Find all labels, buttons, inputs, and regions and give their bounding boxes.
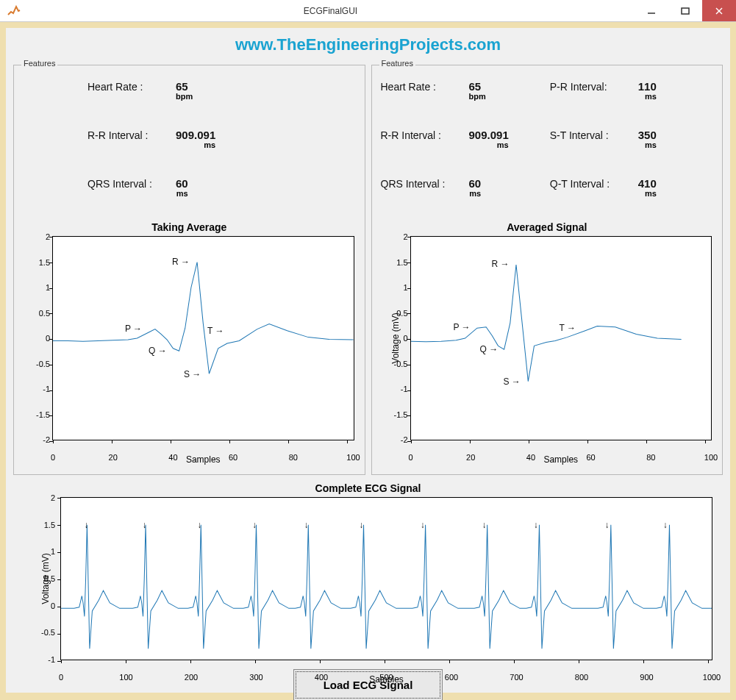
qt-unit: ms bbox=[638, 189, 657, 198]
r-peak-arrow-icon: ↓ bbox=[304, 520, 308, 530]
qrs-label: QRS Interval : bbox=[381, 178, 462, 190]
panel-label: Features bbox=[21, 59, 57, 68]
close-button[interactable] bbox=[702, 0, 736, 21]
r-peak-arrow-icon: ↓ bbox=[252, 520, 257, 530]
r-peak-arrow-icon: ↓ bbox=[534, 520, 538, 530]
svg-rect-1 bbox=[682, 8, 689, 14]
hr-label: Heart Rate : bbox=[381, 81, 462, 93]
matlab-icon bbox=[6, 4, 21, 18]
point-label-S: S → bbox=[184, 369, 201, 379]
qt-label: Q-T Interval : bbox=[550, 178, 631, 190]
features-panel-right: Features Heart Rate :65bpm P-R Interval:… bbox=[371, 65, 724, 475]
hr-value: 65 bbox=[469, 80, 482, 93]
qrs-value: 60 bbox=[469, 177, 482, 190]
header-url: www.TheEngineeringProjects.com bbox=[13, 32, 723, 59]
figure-body: www.TheEngineeringProjects.com Features … bbox=[6, 28, 730, 693]
point-label-P: P → bbox=[125, 324, 142, 334]
qrs-unit: ms bbox=[469, 189, 482, 198]
taking-average-axes[interactable]: -2-1.5-1-0.500.511.52 020406080100 Sampl… bbox=[52, 236, 354, 440]
point-label-Q: Q → bbox=[149, 346, 167, 356]
r-peak-arrow-icon: ↓ bbox=[197, 520, 201, 530]
bottom-chart-title: Complete ECG Signal bbox=[13, 482, 723, 494]
features-panel-left: Features Heart Rate :65bpm R-R Interval … bbox=[13, 65, 365, 475]
window-title: ECGFinalGUI bbox=[26, 6, 635, 16]
xlabel-right: Samples bbox=[411, 454, 712, 465]
hr-unit: bpm bbox=[176, 92, 193, 101]
rr-value: 909.091 bbox=[469, 129, 509, 141]
complete-ecg-axes[interactable]: Voltage (mV) -1-0.500.511.52 01002003004… bbox=[60, 497, 712, 660]
r-peak-arrow-icon: ↓ bbox=[142, 520, 146, 530]
panel-label: Features bbox=[379, 59, 415, 68]
point-label-T: T → bbox=[560, 323, 576, 333]
right-chart-title: Averaged Signal bbox=[372, 221, 723, 233]
hr-value: 65 bbox=[176, 80, 188, 93]
averaged-signal-axes[interactable]: Voltage (mV) -2-1.5-1-0.500.511.52 02040… bbox=[410, 236, 712, 440]
rr-unit: ms bbox=[176, 140, 215, 149]
titlebar: ECGFinalGUI bbox=[0, 0, 736, 22]
rr-value: 909.091 bbox=[176, 129, 215, 141]
point-label-Q: Q → bbox=[480, 344, 499, 354]
qt-value: 410 bbox=[638, 177, 657, 190]
xlabel-bottom: Samples bbox=[61, 674, 712, 685]
r-peak-arrow-icon: ↓ bbox=[663, 520, 668, 530]
pr-label: P-R Interval: bbox=[550, 81, 631, 93]
rr-label: R-R Interval : bbox=[381, 129, 462, 141]
hr-label: Heart Rate : bbox=[87, 81, 168, 93]
left-chart-title: Taking Average bbox=[14, 221, 365, 233]
xlabel-left: Samples bbox=[53, 454, 354, 465]
rr-label: R-R Interval : bbox=[87, 129, 168, 141]
qrs-label: QRS Interval : bbox=[87, 178, 168, 190]
point-label-T: T → bbox=[207, 326, 224, 336]
maximize-button[interactable] bbox=[668, 0, 702, 21]
point-label-R: R → bbox=[492, 259, 510, 269]
r-peak-arrow-icon: ↓ bbox=[359, 520, 363, 530]
minimize-button[interactable] bbox=[635, 0, 668, 21]
st-value: 350 bbox=[638, 129, 657, 141]
point-label-S: S → bbox=[504, 376, 521, 387]
rr-unit: ms bbox=[469, 140, 509, 149]
pr-value: 110 bbox=[638, 80, 657, 93]
r-peak-arrow-icon: ↓ bbox=[605, 520, 610, 530]
r-peak-arrow-icon: ↓ bbox=[84, 520, 88, 530]
qrs-unit: ms bbox=[176, 189, 188, 198]
st-label: S-T Interval : bbox=[550, 129, 631, 141]
qrs-value: 60 bbox=[176, 177, 188, 190]
hr-unit: bpm bbox=[469, 92, 486, 101]
r-peak-arrow-icon: ↓ bbox=[482, 520, 486, 530]
point-label-R: R → bbox=[172, 257, 190, 267]
pr-unit: ms bbox=[638, 92, 657, 101]
st-unit: ms bbox=[638, 140, 657, 149]
point-label-P: P → bbox=[454, 322, 471, 332]
r-peak-arrow-icon: ↓ bbox=[421, 520, 425, 530]
